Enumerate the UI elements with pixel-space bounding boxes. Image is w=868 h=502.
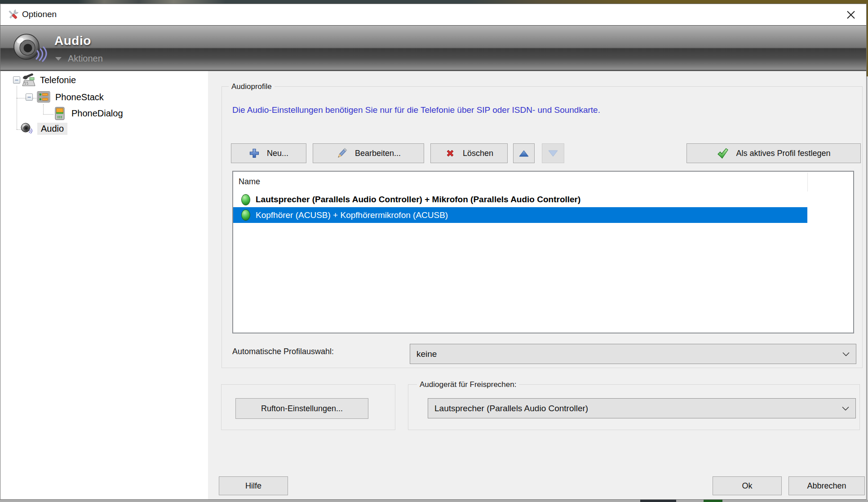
options-dialog: Optionen xyxy=(0,4,867,500)
move-down-button[interactable] xyxy=(542,143,564,163)
profile-status-icon xyxy=(241,194,250,205)
banner-title: Audio xyxy=(54,34,91,48)
tree-item-phonedialog[interactable]: PhoneDialog xyxy=(0,106,208,120)
button-label: Hilfe xyxy=(245,481,261,491)
profile-name: Kopfhörer (ACUSB) + Kopfhörermikrofon (A… xyxy=(256,210,448,220)
help-button[interactable]: Hilfe xyxy=(219,476,288,495)
button-label: Bearbeiten... xyxy=(355,149,401,158)
window-title: Optionen xyxy=(22,9,57,19)
pencil-icon xyxy=(336,147,348,159)
red-x-icon xyxy=(445,148,456,159)
navigation-tree: − Telefonie − xyxy=(0,71,208,499)
list-column-header[interactable]: Name xyxy=(233,172,853,191)
speaker-icon xyxy=(12,32,51,65)
chevron-down-icon xyxy=(55,57,62,61)
button-label: Löschen xyxy=(463,149,493,158)
tree-expander[interactable]: − xyxy=(13,76,20,84)
desktop-background-bottom xyxy=(0,500,868,502)
titlebar: Optionen xyxy=(0,4,866,25)
tree-item-label: PhoneDialog xyxy=(71,108,123,119)
profile-list[interactable]: Name Lautsprecher (Parallels Audio Contr… xyxy=(232,171,854,333)
actions-menu[interactable]: Aktionen xyxy=(55,53,103,64)
tree-item-label: Telefonie xyxy=(40,75,76,85)
speakerphone-group-label: Audiogerät für Freisprechen: xyxy=(417,380,519,389)
ok-button[interactable]: Ok xyxy=(713,476,782,495)
edit-profile-button[interactable]: Bearbeiten... xyxy=(313,143,424,163)
dialog-body: − Telefonie − xyxy=(0,71,866,499)
actions-menu-label: Aktionen xyxy=(68,53,103,64)
move-up-button[interactable] xyxy=(513,143,535,163)
button-label: Ok xyxy=(742,481,752,491)
close-icon xyxy=(846,10,856,20)
ringtone-settings-button[interactable]: Rufton-Einstellungen... xyxy=(235,398,368,419)
auto-profile-label: Automatische Profilauswahl: xyxy=(232,347,334,356)
chevron-down-icon xyxy=(842,406,849,410)
screen: Optionen xyxy=(0,0,868,502)
tree-item-telefonie[interactable]: − Telefonie xyxy=(0,73,208,87)
audioprofile-group-label: Audioprofile xyxy=(229,82,275,91)
auto-profile-combobox[interactable]: keine xyxy=(410,344,856,364)
cancel-button[interactable]: Abbrechen xyxy=(788,476,865,495)
phonestack-icon xyxy=(36,90,51,104)
profile-name: Lautsprecher (Parallels Audio Controller… xyxy=(256,195,580,204)
chevron-down-icon xyxy=(842,352,850,356)
button-label: Neu... xyxy=(267,149,288,158)
combobox-value: Lautsprecher (Parallels Audio Controller… xyxy=(434,404,588,413)
arrow-down-icon xyxy=(548,150,558,157)
tree-item-audio[interactable]: Audio xyxy=(0,121,208,136)
audio-info-text: Die Audio-Einstellungen benötigen Sie nu… xyxy=(232,105,600,115)
speakerphone-combobox[interactable]: Lautsprecher (Parallels Audio Controller… xyxy=(428,398,856,418)
column-header-label: Name xyxy=(239,177,260,186)
button-label: Abbrechen xyxy=(807,481,846,491)
tree-item-label: PhoneStack xyxy=(55,92,104,102)
profile-row[interactable]: Lautsprecher (Parallels Audio Controller… xyxy=(233,192,853,207)
telephone-icon xyxy=(21,73,36,87)
profile-status-icon xyxy=(241,209,250,221)
button-label: Als aktives Profil festlegen xyxy=(736,149,830,158)
set-active-profile-button[interactable]: Als aktives Profil festlegen xyxy=(686,143,861,163)
delete-profile-button[interactable]: Löschen xyxy=(430,143,508,163)
combobox-value: keine xyxy=(416,349,437,359)
tools-icon xyxy=(7,9,19,21)
desktop-background-top xyxy=(0,0,868,4)
green-check-icon xyxy=(717,148,729,159)
column-divider[interactable] xyxy=(807,173,808,191)
background-window-fragment xyxy=(704,500,722,502)
tree-item-label: Audio xyxy=(37,123,67,135)
audio-settings-pane: Audioprofile Die Audio-Einstellungen ben… xyxy=(208,71,866,499)
button-label: Rufton-Einstellungen... xyxy=(261,404,343,413)
tree-expander[interactable]: − xyxy=(26,93,33,101)
tree-item-phonestack[interactable]: − PhoneStack xyxy=(0,90,208,104)
plus-icon xyxy=(249,148,260,159)
profile-row[interactable]: Kopfhörer (ACUSB) + Kopfhörermikrofon (A… xyxy=(233,207,807,223)
new-profile-button[interactable]: Neu... xyxy=(231,143,306,163)
page-banner: Audio Aktionen xyxy=(0,25,866,71)
arrow-up-icon xyxy=(519,150,529,157)
phonedialog-icon xyxy=(53,107,66,120)
close-button[interactable] xyxy=(844,8,858,22)
background-window-fragment xyxy=(640,500,676,502)
speaker-small-icon xyxy=(20,122,34,135)
